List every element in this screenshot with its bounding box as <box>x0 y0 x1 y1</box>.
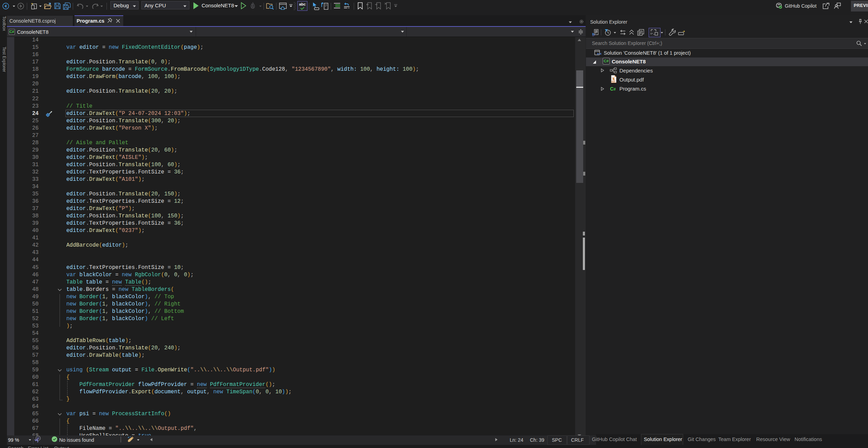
svg-text:PDF: PDF <box>611 80 616 83</box>
